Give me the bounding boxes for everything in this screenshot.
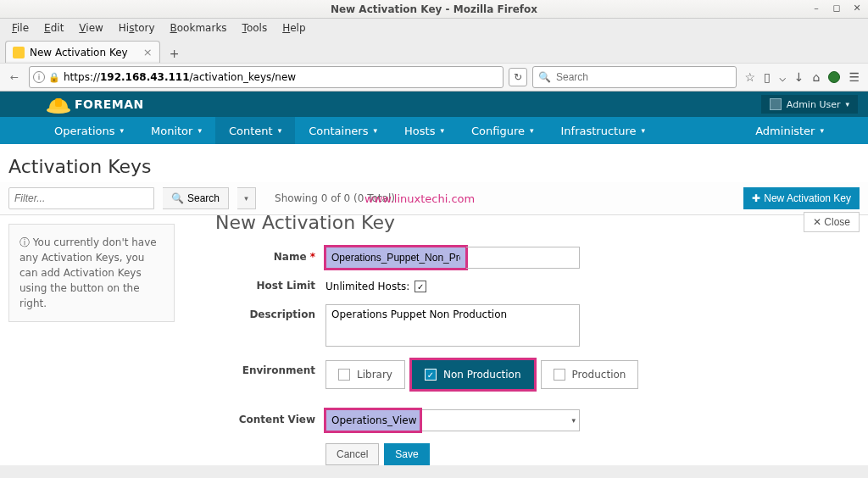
nav-administer[interactable]: Administer▾ — [742, 117, 868, 144]
page-title: Activation Keys — [0, 144, 868, 182]
cancel-button[interactable]: Cancel — [326, 443, 379, 465]
menu-history[interactable]: History — [112, 20, 162, 36]
home-icon[interactable]: ⌂ — [813, 70, 821, 84]
tab-close-icon[interactable]: × — [143, 46, 153, 58]
chevron-down-icon: ▾ — [571, 416, 576, 425]
nav-content[interactable]: Content▾ — [215, 117, 295, 144]
unlimited-hosts-label: Unlimited Hosts: — [326, 281, 409, 292]
new-tab-button[interactable]: + — [164, 44, 186, 63]
form-heading: New Activation Key — [215, 212, 860, 240]
close-window-button[interactable]: ✕ — [851, 2, 863, 14]
favicon-icon — [13, 47, 25, 58]
browser-tab[interactable]: New Activation Key × — [5, 41, 160, 63]
window-titlebar: New Activation Key - Mozilla Firefox – ◻… — [0, 0, 868, 19]
back-button[interactable]: ← — [5, 68, 24, 86]
env-production[interactable]: Production — [541, 360, 639, 389]
search-icon: 🔍 — [538, 71, 551, 83]
save-button[interactable]: Save — [384, 443, 429, 465]
browser-search-input[interactable] — [556, 71, 731, 83]
plus-icon: ✚ — [752, 192, 760, 204]
foreman-logo-icon — [46, 96, 71, 114]
tabstrip: New Activation Key × + — [0, 37, 868, 63]
env-nonproduction[interactable]: ✓Non Production — [412, 360, 534, 389]
library-icon[interactable]: ▯ — [764, 70, 771, 84]
tab-label: New Activation Key — [30, 47, 128, 58]
app-header: FOREMAN Admin User ▾ — [0, 92, 868, 117]
main-panel: You currently don't have any Activation … — [0, 215, 868, 465]
search-button[interactable]: 🔍Search — [163, 187, 229, 209]
bookmark-star-icon[interactable]: ☆ — [745, 70, 756, 84]
menu-tools[interactable]: Tools — [236, 20, 275, 36]
user-icon — [770, 98, 782, 110]
url-text[interactable]: https://192.168.43.111/activation_keys/n… — [64, 71, 499, 83]
menu-edit[interactable]: Edit — [37, 20, 70, 36]
menu-help[interactable]: Help — [275, 20, 312, 36]
new-activation-key-button[interactable]: ✚New Activation Key — [743, 187, 860, 209]
unlimited-hosts-checkbox[interactable]: ✓ — [415, 281, 426, 292]
brand-label: FOREMAN — [75, 97, 144, 111]
close-panel-button[interactable]: ✕ Close — [804, 212, 860, 232]
menu-bookmarks[interactable]: Bookmarks — [164, 20, 234, 36]
minimize-button[interactable]: – — [810, 2, 822, 14]
name-label: Name * — [215, 247, 326, 263]
environment-label: Environment — [215, 360, 326, 376]
name-input[interactable] — [326, 247, 466, 269]
form-panel: New Activation Key ✕ Close Name * Host L… — [185, 215, 860, 465]
lock-icon: 🔒 — [48, 72, 60, 83]
user-menu[interactable]: Admin User ▾ — [761, 95, 858, 114]
nav-hosts[interactable]: Hosts▾ — [391, 117, 458, 144]
url-toolbar: ← i 🔒 https://192.168.43.111/activation_… — [0, 63, 868, 92]
hostlimit-label: Host Limit — [215, 275, 326, 292]
nav-infrastructure[interactable]: Infrastructure▾ — [547, 117, 659, 144]
downloads-icon[interactable]: ↓ — [794, 70, 804, 84]
description-label: Description — [215, 304, 326, 320]
menu-file[interactable]: File — [5, 20, 36, 36]
toolbar-icons: ☆ ▯ ⌵ ↓ ⌂ ☰ — [742, 70, 863, 84]
list-toolbar: 🔍Search ▾ Showing 0 of 0 (0 Total) www.l… — [0, 182, 868, 215]
search-icon: 🔍 — [171, 192, 184, 204]
site-info-icon[interactable]: i — [33, 71, 45, 83]
refresh-button[interactable]: ↻ — [509, 68, 527, 86]
contentview-select[interactable]: Operations_View — [326, 410, 420, 431]
watermark-text: www.linuxtechi.com — [364, 192, 475, 205]
browser-search-wrap[interactable]: 🔍 — [532, 66, 737, 88]
hamburger-icon[interactable]: ☰ — [849, 70, 860, 84]
env-library[interactable]: Library — [326, 360, 405, 389]
search-dropdown[interactable]: ▾ — [237, 187, 256, 209]
profile-icon[interactable] — [828, 71, 840, 83]
nav-containers[interactable]: Containers▾ — [295, 117, 391, 144]
description-input[interactable] — [326, 304, 580, 347]
svg-rect-1 — [55, 98, 62, 107]
pocket-icon[interactable]: ⌵ — [779, 70, 786, 84]
app-content: FOREMAN Admin User ▾ Operations▾ Monitor… — [0, 92, 868, 465]
window-title: New Activation Key - Mozilla Firefox — [331, 3, 537, 15]
nav-monitor[interactable]: Monitor▾ — [137, 117, 215, 144]
contentview-label: Content View — [215, 409, 326, 425]
empty-state-info: You currently don't have any Activation … — [8, 224, 175, 322]
url-input-wrap[interactable]: i 🔒 https://192.168.43.111/activation_ke… — [29, 66, 504, 88]
nav-operations[interactable]: Operations▾ — [41, 117, 137, 144]
nav-configure[interactable]: Configure▾ — [458, 117, 548, 144]
menu-view[interactable]: View — [72, 20, 109, 36]
browser-menubar: File Edit View History Bookmarks Tools H… — [0, 19, 868, 37]
chevron-down-icon: ▾ — [845, 100, 849, 108]
filter-input[interactable] — [8, 187, 154, 209]
maximize-button[interactable]: ◻ — [831, 2, 843, 14]
app-navbar: Operations▾ Monitor▾ Content▾ Containers… — [0, 117, 868, 144]
